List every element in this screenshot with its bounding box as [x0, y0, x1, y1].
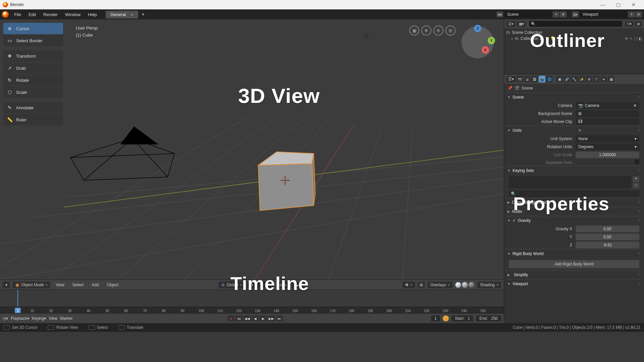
editor-type-dropdown[interactable]: ▾	[3, 282, 10, 288]
outliner-new-collection-button[interactable]: ⊕	[635, 21, 642, 27]
outliner-display-mode[interactable]: ☰▾	[506, 21, 516, 27]
gravity-z-field[interactable]: -9.81	[576, 242, 639, 248]
overlays-toggle-icon[interactable]: ⊕	[418, 282, 425, 288]
prop-tab-material[interactable]: ●	[600, 76, 607, 82]
auto-keying-button[interactable]: ●	[227, 315, 235, 321]
outliner-filter-button[interactable]: ▽▾	[625, 21, 634, 27]
remove-keying-set-button[interactable]: −	[633, 183, 639, 188]
axis-y[interactable]: Y	[488, 37, 495, 44]
tool-cursor[interactable]: ⊕Cursor	[3, 23, 63, 34]
section-header-scene[interactable]: ▼Scene⠿	[506, 93, 642, 102]
tool-ruler[interactable]: 📏Ruler	[3, 114, 63, 125]
tool-scale[interactable]: ⬡Scale	[3, 86, 63, 98]
navigation-gizmo[interactable]: Z Y X	[462, 26, 494, 58]
delete-viewlayer-button[interactable]: ✕	[635, 11, 642, 17]
section-header-gravity[interactable]: ▼✓Gravity⠿	[506, 216, 642, 225]
movie-clip-field[interactable]: 🎞	[576, 118, 639, 125]
timeline-menu-view[interactable]: View	[49, 316, 57, 321]
axis-x[interactable]: X	[482, 46, 489, 54]
camera-view-icon[interactable]: ▣	[409, 25, 419, 36]
zoom-view-icon[interactable]: ⊕	[433, 25, 443, 36]
vp-menu-object[interactable]: Object	[104, 282, 121, 288]
preset-icon[interactable]: ★	[578, 128, 582, 133]
timeline-menu-keying[interactable]: Keying▾	[32, 316, 46, 321]
properties-editor-type[interactable]: ☰▾	[506, 76, 516, 82]
delete-scene-button[interactable]: ✕	[560, 11, 567, 17]
tool-grab[interactable]: ↗Grab	[3, 62, 63, 74]
maximize-button[interactable]: ▢	[610, 2, 626, 7]
jump-end-button[interactable]: ⏭	[276, 315, 283, 321]
camera-field[interactable]: 📷Camera✕	[576, 102, 639, 109]
keying-set-list[interactable]	[509, 176, 631, 188]
disclosure-icon[interactable]: ▸	[512, 37, 513, 40]
menu-file[interactable]: File	[11, 11, 24, 18]
scene-name-field[interactable]: Scene	[504, 11, 551, 18]
jump-start-button[interactable]: ⏮	[235, 315, 243, 321]
prop-tab-data[interactable]: ▽	[593, 76, 600, 82]
shading-rendered-icon[interactable]	[469, 282, 475, 288]
prop-tab-object[interactable]: ▣	[556, 76, 563, 82]
timeline-playhead[interactable]	[17, 290, 18, 306]
pan-view-icon[interactable]: ✥	[421, 25, 431, 36]
timeline-menu-marker[interactable]: Marker	[60, 316, 72, 321]
start-frame-field[interactable]: Start:1	[451, 315, 473, 321]
separate-units-checkbox[interactable]	[635, 160, 639, 164]
vp-menu-view[interactable]: View	[53, 282, 67, 288]
use-preview-range-icon[interactable]	[443, 315, 449, 321]
menu-help[interactable]: Help	[85, 11, 100, 18]
menu-edit[interactable]: Edit	[25, 11, 39, 18]
prop-tab-world[interactable]: 🌐	[546, 76, 553, 82]
prop-tab-viewlayer[interactable]: 🖼	[531, 76, 538, 82]
section-header-keying[interactable]: ▼Keying Sets⠿	[506, 166, 642, 175]
bg-scene-field[interactable]: ⊞	[576, 110, 639, 117]
gravity-x-field[interactable]: 0.00	[576, 226, 639, 232]
lamp-icon[interactable]	[363, 34, 369, 40]
shading-dropdown[interactable]: Shading▾	[477, 282, 501, 288]
close-button[interactable]: ✕	[626, 2, 641, 7]
new-scene-button[interactable]: +	[553, 11, 559, 17]
section-header-units[interactable]: ▼Units★⠿	[506, 126, 642, 135]
timeline-menu-playback[interactable]: Playback▾	[11, 316, 29, 321]
section-header-rigid-body[interactable]: ▼Rigid Body World⠿	[506, 249, 642, 258]
current-frame-field[interactable]: 1	[431, 315, 440, 321]
overlays-dropdown[interactable]: Overlays▾	[428, 282, 452, 288]
section-header-simplify[interactable]: ▶Simplify⠿	[506, 270, 642, 279]
clear-icon[interactable]: ✕	[633, 103, 637, 108]
prop-tab-render[interactable]: 📷	[517, 76, 523, 82]
viewport-3d[interactable]: ⊕Cursor ▭Select Border ✥Transform ↗Grab …	[0, 19, 504, 280]
tool-rotate[interactable]: ↻Rotate	[3, 74, 63, 86]
visibility-icon[interactable]: 👁	[625, 37, 628, 41]
menu-window[interactable]: Window	[62, 11, 84, 18]
prop-tab-texture[interactable]: ▦	[608, 76, 614, 82]
unit-scale-field[interactable]: 1.000000	[576, 152, 639, 158]
exclude-icon[interactable]: ▢	[634, 37, 637, 41]
prop-tab-scene[interactable]: 🎬	[539, 76, 545, 82]
vp-menu-add[interactable]: Add	[89, 282, 101, 288]
axis-z[interactable]: Z	[474, 25, 481, 32]
timeline-playhead-label[interactable]: 1	[15, 308, 21, 313]
workspace-tab-general[interactable]: General ✕	[106, 11, 138, 18]
menu-render[interactable]: Render	[40, 11, 61, 18]
prop-tab-particles[interactable]: ✨	[578, 76, 585, 82]
add-rigid-body-world-button[interactable]: Add Rigid Body World	[509, 260, 639, 268]
gravity-y-field[interactable]: 0.00	[576, 234, 639, 240]
prev-keyframe-button[interactable]: ◀◀	[244, 315, 251, 321]
add-keying-set-button[interactable]: +	[633, 176, 639, 182]
blender-icon[interactable]	[2, 11, 9, 18]
add-workspace-button[interactable]: +	[139, 11, 147, 17]
unit-system-dropdown[interactable]: None▾	[576, 135, 639, 142]
close-tab-icon[interactable]: ✕	[130, 13, 133, 17]
tool-select-border[interactable]: ▭Select Border	[3, 35, 63, 46]
timeline-editor-type[interactable]: ◷▾	[3, 316, 8, 321]
end-frame-field[interactable]: End:250	[476, 315, 501, 321]
tool-annotate[interactable]: ✎Annotate	[3, 102, 63, 113]
section-header-viewport[interactable]: ▼Viewport⠿	[506, 280, 642, 288]
play-reverse-button[interactable]: ◀	[252, 315, 259, 321]
viewlayer-name-field[interactable]: Viewport	[580, 11, 627, 18]
prop-tab-constraints[interactable]: 🔗	[564, 76, 570, 82]
gizmo-dropdown[interactable]: ✥▾	[402, 282, 415, 288]
ortho-toggle-icon[interactable]: ⊞	[445, 25, 455, 36]
vp-menu-select[interactable]: Select	[70, 282, 86, 288]
play-button[interactable]: ▶	[260, 315, 267, 321]
viewlayer-browse-icon[interactable]: ⊞▾	[572, 11, 579, 17]
